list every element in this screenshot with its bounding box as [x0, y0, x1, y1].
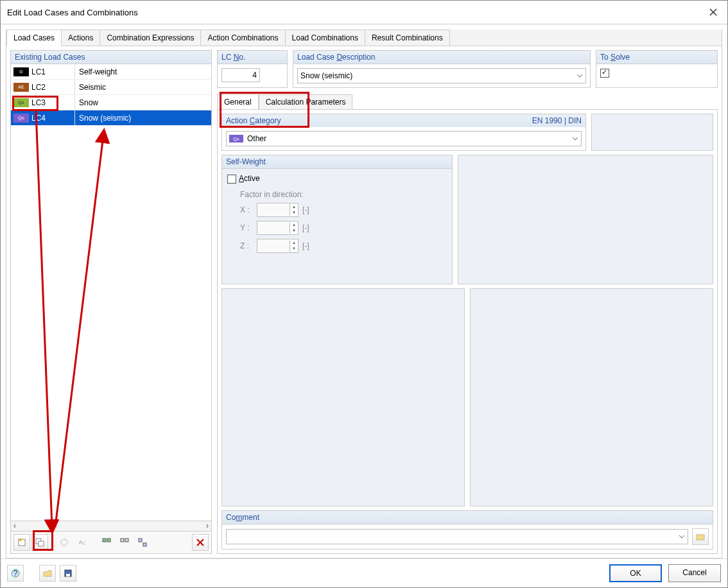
- delete-lc-button[interactable]: [192, 534, 209, 551]
- grid-icon: [138, 538, 147, 547]
- subtab-calc-params[interactable]: Calculation Parameters: [259, 94, 353, 109]
- general-panel: Action Category EN 1990 | DIN Qo Other: [217, 109, 718, 554]
- comment-pick-button[interactable]: [692, 528, 709, 545]
- horizontal-scrollbar[interactable]: ‹ ›: [11, 521, 211, 531]
- svg-text:?: ?: [13, 569, 18, 578]
- axis-z-label: Z :: [240, 241, 253, 250]
- self-weight-active-checkbox[interactable]: [227, 175, 236, 184]
- lc-no-input[interactable]: [221, 68, 260, 82]
- copy-lc-button[interactable]: [31, 534, 48, 551]
- svg-point-3: [61, 539, 67, 546]
- svg-rect-6: [121, 539, 124, 542]
- cancel-button[interactable]: Cancel: [668, 564, 721, 582]
- tab-result-combinations[interactable]: Result Combinations: [365, 30, 450, 46]
- svg-rect-7: [125, 539, 128, 542]
- factor-y-input[interactable]: ▲▼: [257, 221, 299, 235]
- axis-y-unit: [-]: [302, 223, 309, 232]
- new-lc-button[interactable]: [13, 534, 30, 551]
- subtab-general[interactable]: General: [217, 94, 259, 109]
- table-row[interactable]: Qs LC3 Snow: [11, 95, 211, 110]
- lc-no-label: LC No.: [221, 53, 245, 62]
- chevron-down-icon: [572, 135, 578, 142]
- scroll-left-icon[interactable]: ‹: [13, 521, 16, 531]
- close-button[interactable]: [706, 4, 721, 20]
- self-weight-title: Self-Weight: [222, 155, 452, 169]
- tab-load-cases[interactable]: Load Cases: [6, 30, 62, 46]
- svg-rect-5: [107, 539, 110, 542]
- category-badge: Qs: [13, 98, 29, 107]
- lc-desc: Seismic: [75, 83, 211, 92]
- dialog-button-bar: ? OK Cancel: [1, 558, 727, 587]
- lc-desc-combo[interactable]: Snow (seismic): [297, 68, 586, 83]
- save-button[interactable]: [60, 565, 76, 582]
- gear-icon: [60, 538, 69, 547]
- table-row[interactable]: G LC1 Self-weight: [11, 64, 211, 80]
- lc-desc-group: Load Case Description Snow (seismic): [293, 50, 591, 88]
- titlebar: Edit Load Cases and Combinations: [1, 1, 727, 24]
- load-case-list[interactable]: G LC1 Self-weight AE LC2 Seismic: [11, 64, 211, 521]
- scroll-right-icon[interactable]: ›: [206, 521, 209, 531]
- help-button[interactable]: ?: [7, 565, 24, 582]
- axis-x-unit: [-]: [302, 205, 309, 214]
- tab-load-combinations[interactable]: Load Combinations: [286, 30, 365, 46]
- folder-icon: [696, 532, 705, 541]
- sort-icon: A↓: [79, 539, 86, 546]
- category-badge: Qo: [229, 135, 243, 143]
- placeholder-lower-left: [221, 288, 465, 506]
- to-solve-checkbox[interactable]: [600, 69, 609, 78]
- factor-x-input[interactable]: ▲▼: [257, 203, 299, 217]
- uncheck-all-icon: [120, 538, 129, 547]
- tab-action-combinations[interactable]: Action Combinations: [201, 30, 285, 46]
- action-category-standard: EN 1990 | DIN: [532, 116, 582, 125]
- action-category-value: Other: [247, 134, 266, 143]
- chevron-down-icon: [576, 73, 583, 79]
- open-button[interactable]: [39, 565, 56, 582]
- window-title: Edit Load Cases and Combinations: [7, 8, 138, 17]
- help-icon: ?: [11, 569, 20, 578]
- self-weight-active-label: ctive: [244, 174, 260, 183]
- action-category-label: Action Category: [226, 116, 281, 125]
- lc-no-group: LC No.: [217, 50, 288, 88]
- lc-id: LC2: [31, 83, 46, 92]
- comment-combo[interactable]: [226, 529, 688, 544]
- tab-actions[interactable]: Actions: [62, 30, 100, 46]
- toolbar-btn-6[interactable]: [116, 534, 133, 551]
- copy-icon: [35, 538, 44, 547]
- axis-x-label: X :: [240, 205, 253, 214]
- table-row[interactable]: Qo LC4 Snow (seismic): [11, 110, 211, 126]
- self-weight-group: Self-Weight Active Factor in direction: …: [221, 155, 453, 284]
- to-solve-label: To Solve: [600, 53, 630, 62]
- main-panel: Load Cases Actions Combination Expressio…: [6, 30, 722, 558]
- toolbar-btn-4[interactable]: A↓: [74, 534, 91, 551]
- toolbar-btn-3[interactable]: [56, 534, 73, 551]
- category-badge: AE: [13, 83, 29, 92]
- close-icon: [709, 8, 717, 16]
- svg-rect-4: [103, 539, 106, 542]
- content-area: Existing Load Cases G LC1 Self-weight AE…: [6, 46, 722, 558]
- lc-desc-value: Snow (seismic): [300, 71, 352, 80]
- table-row[interactable]: AE LC2 Seismic: [11, 80, 211, 95]
- comment-group: Comment: [221, 510, 713, 549]
- delete-icon: [196, 538, 205, 547]
- axis-y-label: Y :: [240, 223, 253, 232]
- toolbar-btn-7[interactable]: [134, 534, 151, 551]
- action-category-combo[interactable]: Qo Other: [226, 131, 582, 146]
- new-icon: [17, 538, 26, 547]
- category-badge: Qo: [13, 114, 29, 123]
- left-toolbar: A↓: [11, 531, 211, 553]
- ok-button[interactable]: OK: [609, 564, 662, 582]
- subtab-container: General Calculation Parameters Action Ca…: [217, 92, 718, 554]
- placeholder-top-right: [591, 114, 713, 151]
- svg-rect-14: [66, 574, 70, 576]
- factor-z-input[interactable]: ▲▼: [257, 239, 299, 253]
- lc-desc: Snow: [75, 98, 211, 107]
- existing-load-cases-header: Existing Load Cases: [11, 51, 211, 64]
- toolbar-btn-5[interactable]: [98, 534, 115, 551]
- factor-label: Factor in direction:: [240, 190, 447, 199]
- tab-combination-expressions[interactable]: Combination Expressions: [100, 30, 201, 46]
- axis-z-unit: [-]: [302, 241, 309, 250]
- lc-desc: Self-weight: [75, 67, 211, 76]
- lc-id: LC4: [31, 114, 46, 123]
- svg-rect-8: [139, 539, 142, 542]
- chevron-down-icon: [679, 533, 685, 540]
